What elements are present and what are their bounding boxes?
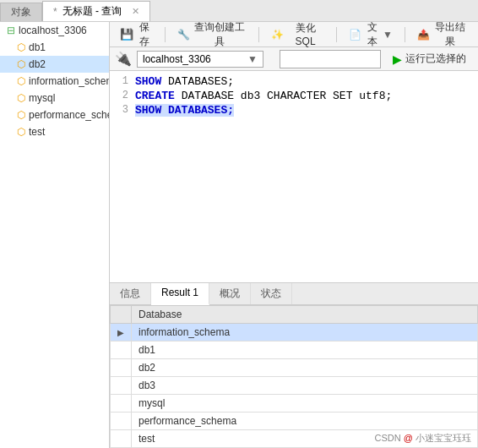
row-value: db2 xyxy=(132,359,478,377)
separator-4 xyxy=(405,27,405,42)
watermark: CSDN @ 小迷宝宝珏珏 xyxy=(375,432,471,445)
tab-result1[interactable]: Result 1 xyxy=(151,283,209,305)
header-database: Database xyxy=(132,306,478,324)
text-databases: DATABASES; xyxy=(168,75,234,88)
export-button[interactable]: 📤 导出结果 xyxy=(412,22,473,51)
line-content-1: SHOW DATABASES; xyxy=(135,75,478,88)
tab-info[interactable]: 信息 xyxy=(110,283,151,304)
tab-query[interactable]: * 无标题 - 查询 ✕ xyxy=(42,1,150,21)
table-row[interactable]: db2 xyxy=(111,359,478,377)
row-value: performance_schema xyxy=(132,412,478,430)
tab-info-label: 信息 xyxy=(120,287,140,299)
row-arrow-cell xyxy=(111,412,132,430)
table-row[interactable]: mysql xyxy=(111,395,478,412)
text-button[interactable]: 📄 文本 ▼ xyxy=(344,22,398,51)
db-icon: ⬡ xyxy=(17,75,25,87)
tab-query-prefix: * xyxy=(53,6,57,18)
sql-editor[interactable]: 1 SHOW DATABASES; 2 CREATE DATABASE db3 … xyxy=(110,71,478,282)
line-content-3: SHOW DATABASES; xyxy=(135,104,478,117)
sidebar-item-label: mysql xyxy=(29,92,55,104)
row-arrow-icon: ▶ xyxy=(117,328,124,337)
db-icon: ⬡ xyxy=(17,92,25,104)
row-value: db1 xyxy=(132,341,478,359)
watermark-suffix: 小迷宝宝珏珏 xyxy=(416,433,471,443)
row-arrow-cell xyxy=(111,377,132,395)
export-icon: 📤 xyxy=(417,29,430,41)
sidebar-item-localhost[interactable]: ⊟ localhost_3306 xyxy=(0,22,109,39)
text-database: DATABASE db3 CHARACTER SET utf8; xyxy=(182,90,393,102)
query-tool-button[interactable]: 🔧 查询创建工具 xyxy=(172,22,252,51)
table-header-row: Database xyxy=(111,306,478,324)
sidebar-item-mysql[interactable]: ⬡ mysql xyxy=(0,90,109,107)
table-row[interactable]: db3 xyxy=(111,377,478,395)
text-icon: 📄 xyxy=(349,29,361,41)
toolbar: 💾 保存 🔧 查询创建工具 ✨ 美化 SQL 📄 文本 ▼ xyxy=(110,22,478,47)
sidebar-item-label: information_schema xyxy=(29,75,110,87)
separator-1 xyxy=(165,27,166,42)
tab-objects[interactable]: 对象 xyxy=(0,3,42,21)
result-table-container: Database ▶ information_schema db1 xyxy=(110,305,478,448)
db-icon: ⬡ xyxy=(17,126,25,138)
server-icon: ⊟ xyxy=(7,25,15,36)
beautify-button[interactable]: ✨ 美化 SQL xyxy=(266,22,329,49)
schema-select[interactable] xyxy=(280,50,381,68)
play-icon: ▶ xyxy=(393,52,402,66)
keyword-create: CREATE xyxy=(135,90,175,102)
separator-2 xyxy=(258,27,259,42)
table-row[interactable]: performance_schema xyxy=(111,412,478,430)
tab-overview-label: 概况 xyxy=(220,287,240,299)
db-icon: ⬡ xyxy=(17,109,25,121)
sidebar-item-test[interactable]: ⬡ test xyxy=(0,123,109,140)
line-number-2: 2 xyxy=(110,90,135,101)
table-row[interactable]: db1 xyxy=(111,341,478,359)
sql-line-2: 2 CREATE DATABASE db3 CHARACTER SET utf8… xyxy=(110,89,478,103)
sidebar-item-label: test xyxy=(29,126,45,138)
line-number-1: 1 xyxy=(110,75,135,87)
db-icon: ⬡ xyxy=(17,41,25,53)
text-label: 文本 xyxy=(364,22,380,49)
query-tool-icon: 🔧 xyxy=(177,29,190,41)
row-value: mysql xyxy=(132,395,478,412)
db-icon: ⬡ xyxy=(17,58,25,70)
sidebar-item-label: db1 xyxy=(29,41,46,53)
separator-3 xyxy=(336,27,337,42)
save-label: 保存 xyxy=(136,22,153,49)
results-panel: 信息 Result 1 概况 状态 xyxy=(110,282,478,448)
result-table: Database ▶ information_schema db1 xyxy=(110,305,478,448)
sidebar-item-db1[interactable]: ⬡ db1 xyxy=(0,39,109,56)
row-arrow-cell xyxy=(111,395,132,412)
sidebar-item-db2[interactable]: ⬡ db2 xyxy=(0,56,109,73)
connection-select[interactable]: localhost_3306 ▼ xyxy=(137,51,263,68)
tab-overview[interactable]: 概况 xyxy=(209,283,251,304)
table-row[interactable]: ▶ information_schema xyxy=(111,324,478,341)
sidebar-item-label: localhost_3306 xyxy=(19,25,87,36)
connection-bar: 🔌 localhost_3306 ▼ ▶ 运行已选择的 xyxy=(110,47,478,71)
keyword-show: SHOW xyxy=(135,75,161,88)
right-panel: 💾 保存 🔧 查询创建工具 ✨ 美化 SQL 📄 文本 ▼ xyxy=(110,22,478,448)
sidebar-item-performance-schema[interactable]: ⬡ performance_schema xyxy=(0,107,109,123)
query-tool-label: 查询创建工具 xyxy=(193,22,247,49)
row-value: information_schema xyxy=(132,324,478,341)
run-label: 运行已选择的 xyxy=(405,52,466,66)
sql-line-3: 3 SHOW DATABASES; xyxy=(110,103,478,117)
keyword-show-databases-highlighted: SHOW DATABASES; xyxy=(135,104,234,117)
connection-icon: 🔌 xyxy=(115,51,132,67)
sidebar-item-information-schema[interactable]: ⬡ information_schema xyxy=(0,73,109,90)
main-area: ⊟ localhost_3306 ⬡ db1 ⬡ db2 ⬡ informati… xyxy=(0,22,478,448)
tab-status[interactable]: 状态 xyxy=(251,283,292,304)
sql-line-1: 1 SHOW DATABASES; xyxy=(110,74,478,89)
beautify-icon: ✨ xyxy=(271,29,284,41)
close-icon[interactable]: ✕ xyxy=(132,6,139,17)
watermark-at: @ xyxy=(404,433,413,443)
save-button[interactable]: 💾 保存 xyxy=(115,22,158,51)
line-content-2: CREATE DATABASE db3 CHARACTER SET utf8; xyxy=(135,90,478,102)
tab-status-label: 状态 xyxy=(261,287,281,299)
tab-result1-label: Result 1 xyxy=(161,287,198,298)
row-arrow-cell xyxy=(111,430,132,448)
result-tabs: 信息 Result 1 概况 状态 xyxy=(110,283,478,305)
header-arrow-col xyxy=(111,306,132,324)
line-number-3: 3 xyxy=(110,104,135,116)
run-button[interactable]: ▶ 运行已选择的 xyxy=(386,50,473,68)
sidebar-item-label: performance_schema xyxy=(29,109,110,121)
row-arrow-cell: ▶ xyxy=(111,324,132,341)
